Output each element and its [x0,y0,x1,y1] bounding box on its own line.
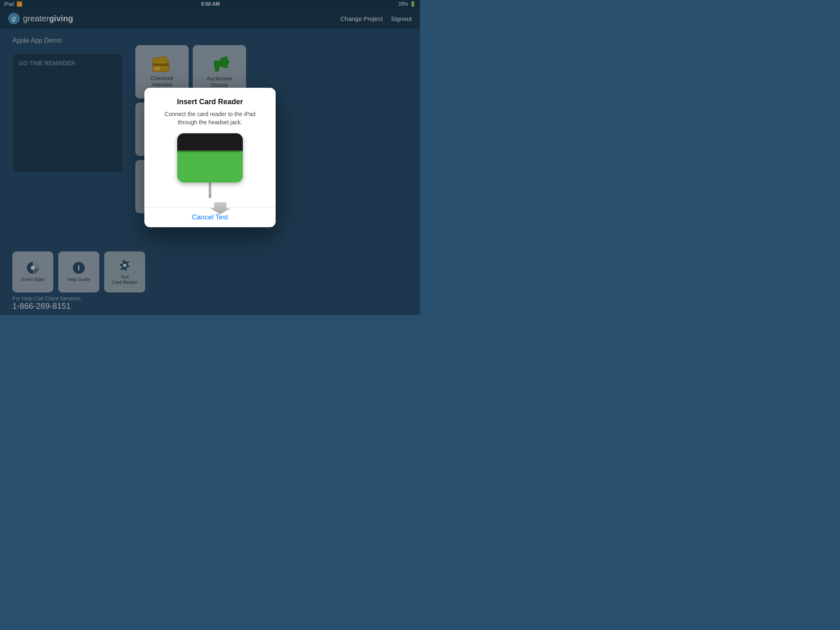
card-reader-jack [209,182,211,198]
insert-card-reader-modal: Insert Card Reader Connect the card read… [144,88,276,227]
modal-title: Insert Card Reader [154,98,266,106]
card-reader-top [177,133,243,151]
modal-description: Connect the card reader to the iPad thro… [154,110,266,126]
card-reader-illustration [154,133,266,201]
card-reader-body [177,133,243,183]
modal-content: Insert Card Reader Connect the card read… [144,88,276,200]
jack-stem [209,182,211,194]
modal-overlay: Insert Card Reader Connect the card read… [0,0,420,315]
cancel-test-button[interactable]: Cancel Test [144,208,276,227]
card-reader-bottom [177,151,243,183]
jack-tip [209,194,211,198]
card-reader-slot [177,151,243,152]
